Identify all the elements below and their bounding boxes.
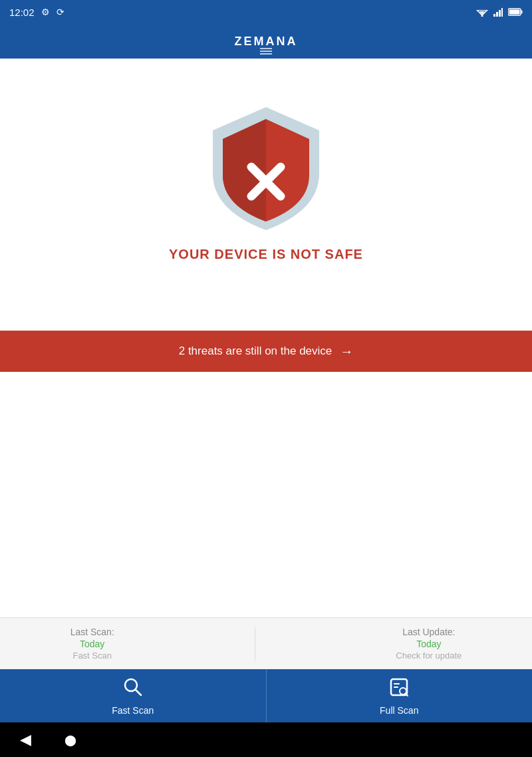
last-update-value: Today — [416, 639, 441, 649]
nav-bar: ◀ ⬤ — [0, 722, 532, 757]
threats-arrow: → — [340, 344, 353, 359]
threats-banner[interactable]: 2 threats are still on the device → — [0, 331, 532, 372]
full-scan-tab[interactable]: Full Scan — [267, 669, 533, 722]
app-header: ZEMANA — [0, 24, 532, 59]
svg-line-14 — [136, 690, 141, 695]
settings-icon: ⚙ — [41, 7, 50, 17]
last-update-sub[interactable]: Check for update — [396, 651, 462, 661]
svg-rect-7 — [501, 8, 503, 17]
bottom-info: Last Scan: Today Fast Scan Last Update: … — [0, 617, 532, 669]
full-scan-icon — [388, 677, 410, 701]
shield-icon — [206, 100, 326, 233]
svg-rect-10 — [509, 10, 520, 15]
last-scan-section: Last Scan: Today Fast Scan — [70, 627, 114, 661]
status-bar-right — [476, 7, 523, 17]
signal-icon — [493, 7, 503, 17]
full-scan-label: Full Scan — [380, 705, 418, 716]
shield-container — [206, 100, 326, 233]
back-button[interactable]: ◀ — [20, 731, 31, 748]
svg-rect-4 — [493, 14, 495, 17]
last-scan-sub: Fast Scan — [72, 651, 112, 661]
fast-scan-icon — [122, 677, 144, 701]
svg-rect-6 — [499, 10, 501, 17]
svg-rect-15 — [391, 679, 407, 695]
threats-text: 2 threats are still on the device — [179, 345, 332, 358]
shield-area: YOUR DEVICE IS NOT SAFE — [169, 59, 363, 331]
battery-icon — [508, 8, 523, 16]
status-bar: 12:02 ⚙ ⟳ — [0, 0, 532, 24]
fast-scan-tab[interactable]: Fast Scan — [0, 669, 267, 722]
home-button[interactable]: ⬤ — [65, 734, 76, 746]
app-title: ZEMANA — [235, 35, 298, 49]
status-message: YOUR DEVICE IS NOT SAFE — [169, 247, 363, 262]
fast-scan-label: Fast Scan — [112, 705, 154, 716]
svg-rect-9 — [521, 11, 523, 14]
last-scan-value: Today — [80, 639, 104, 649]
sync-icon: ⟳ — [57, 7, 65, 17]
last-update-section: Last Update: Today Check for update — [396, 627, 462, 661]
wifi-icon — [476, 7, 488, 17]
status-bar-left: 12:02 ⚙ ⟳ — [9, 7, 65, 18]
last-update-label: Last Update: — [402, 627, 455, 637]
status-time: 12:02 — [9, 7, 35, 18]
info-divider — [255, 627, 255, 661]
tab-bar: Fast Scan Full Scan — [0, 669, 532, 722]
main-content: YOUR DEVICE IS NOT SAFE 2 threats are st… — [0, 59, 532, 669]
svg-rect-5 — [496, 12, 498, 17]
menu-icon[interactable] — [260, 48, 272, 55]
last-scan-label: Last Scan: — [70, 627, 114, 637]
